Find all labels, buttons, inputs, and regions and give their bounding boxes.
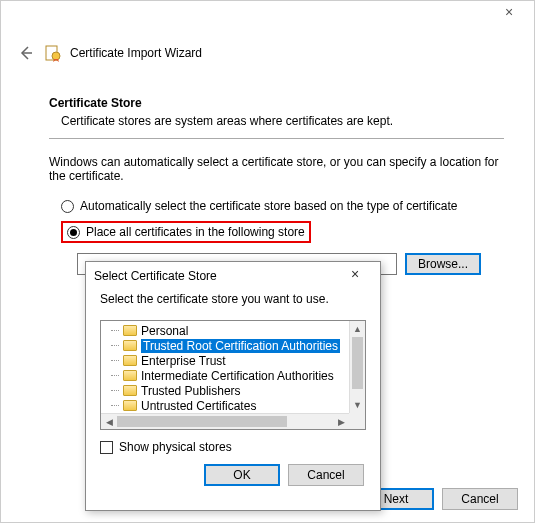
wizard-footer-buttons: Next Cancel bbox=[358, 488, 518, 510]
close-icon[interactable]: × bbox=[489, 4, 529, 24]
radio-auto-label: Automatically select the certificate sto… bbox=[80, 199, 458, 213]
radio-icon bbox=[67, 226, 80, 239]
folder-icon bbox=[123, 355, 137, 366]
radio-place-all[interactable]: Place all certificates in the following … bbox=[61, 221, 504, 243]
cancel-button[interactable]: Cancel bbox=[288, 464, 364, 486]
tree-list: Personal Trusted Root Certification Auth… bbox=[101, 321, 349, 413]
section-heading: Certificate Store bbox=[49, 96, 504, 110]
folder-icon bbox=[123, 325, 137, 336]
dialog-body: Select the certificate store you want to… bbox=[86, 290, 380, 494]
radio-auto-select[interactable]: Automatically select the certificate sto… bbox=[61, 199, 504, 213]
scroll-right-icon[interactable]: ▶ bbox=[333, 414, 349, 430]
scroll-thumb[interactable] bbox=[352, 337, 363, 389]
dialog-prompt: Select the certificate store you want to… bbox=[100, 292, 366, 306]
wizard-title: Certificate Import Wizard bbox=[70, 46, 202, 60]
tree-item-personal[interactable]: Personal bbox=[105, 323, 349, 338]
scroll-up-icon[interactable]: ▲ bbox=[350, 321, 365, 337]
store-tree: Personal Trusted Root Certification Auth… bbox=[100, 320, 366, 430]
scroll-down-icon[interactable]: ▼ bbox=[350, 397, 365, 413]
radio-place-label: Place all certificates in the following … bbox=[86, 225, 305, 239]
radio-icon bbox=[61, 200, 74, 213]
show-physical-checkbox[interactable]: Show physical stores bbox=[100, 440, 366, 454]
tree-item-trusted-root[interactable]: Trusted Root Certification Authorities bbox=[105, 338, 349, 353]
browse-button[interactable]: Browse... bbox=[405, 253, 481, 275]
show-physical-label: Show physical stores bbox=[119, 440, 232, 454]
certificate-icon bbox=[44, 44, 62, 62]
checkbox-icon bbox=[100, 441, 113, 454]
dialog-title: Select Certificate Store bbox=[94, 269, 217, 283]
close-icon[interactable]: × bbox=[338, 266, 372, 286]
divider bbox=[49, 138, 504, 139]
folder-icon bbox=[123, 340, 137, 351]
wizard-content: Certificate Store Certificate stores are… bbox=[49, 96, 504, 275]
wizard-header: Certificate Import Wizard bbox=[16, 43, 202, 63]
tree-item-untrusted[interactable]: Untrusted Certificates bbox=[105, 398, 349, 413]
tree-item-trusted-publishers[interactable]: Trusted Publishers bbox=[105, 383, 349, 398]
instruction-text: Windows can automatically select a certi… bbox=[49, 155, 504, 183]
ok-button[interactable]: OK bbox=[204, 464, 280, 486]
folder-icon bbox=[123, 370, 137, 381]
tree-item-intermediate[interactable]: Intermediate Certification Authorities bbox=[105, 368, 349, 383]
tree-item-enterprise-trust[interactable]: Enterprise Trust bbox=[105, 353, 349, 368]
folder-icon bbox=[123, 400, 137, 411]
dialog-header: Select Certificate Store × bbox=[86, 262, 380, 290]
wizard-window: × Certificate Import Wizard Certificate … bbox=[0, 0, 535, 523]
scroll-left-icon[interactable]: ◀ bbox=[101, 414, 117, 430]
section-subtext: Certificate stores are system areas wher… bbox=[61, 114, 504, 128]
svg-point-2 bbox=[52, 52, 60, 60]
back-arrow-icon[interactable] bbox=[16, 43, 36, 63]
vertical-scrollbar[interactable]: ▲ ▼ bbox=[349, 321, 365, 413]
folder-icon bbox=[123, 385, 137, 396]
dialog-buttons: OK Cancel bbox=[100, 464, 366, 486]
scroll-thumb[interactable] bbox=[117, 416, 287, 427]
horizontal-scrollbar[interactable]: ◀ ▶ bbox=[101, 413, 349, 429]
highlight-annotation: Place all certificates in the following … bbox=[61, 221, 311, 243]
scroll-corner bbox=[349, 413, 365, 429]
select-store-dialog: Select Certificate Store × Select the ce… bbox=[85, 261, 381, 511]
cancel-button[interactable]: Cancel bbox=[442, 488, 518, 510]
